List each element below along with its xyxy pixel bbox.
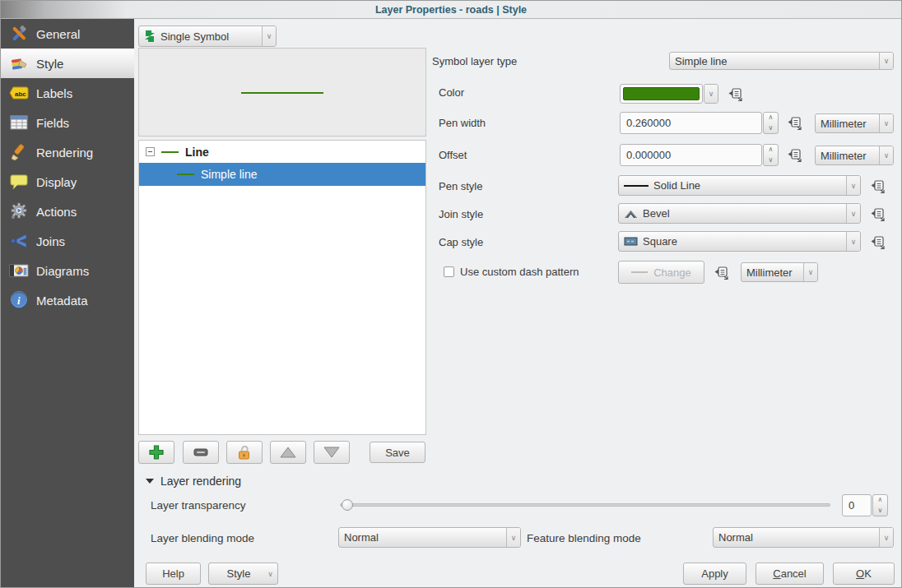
lock-icon-button[interactable] [226,441,263,464]
chevron-down-icon: ∨ [506,528,520,547]
layer-properties-dialog: Layer Properties - roads | Style General [0,0,902,588]
pen-style-value: Solid Line [653,179,700,192]
data-defined-override-icon[interactable] [869,234,886,250]
tools-icon [9,24,29,44]
cancel-button-label: Cancel [773,567,806,580]
renderer-select[interactable]: Single Symbol ∨ [138,25,277,47]
collapse-arrow-icon [146,479,154,484]
triangle-up-icon [280,447,296,458]
chevron-down-icon: ∨ [846,176,860,195]
sidebar: General Style abc [1,19,134,587]
move-layer-up-button[interactable] [270,441,306,464]
style-menu-label: Style [227,567,251,580]
cap-style-select[interactable]: Square ∨ [618,231,861,252]
square-cap-icon [624,237,638,246]
apply-button-label: Apply [701,567,728,580]
add-symbol-layer-button[interactable] [138,441,174,464]
sidebar-item-general[interactable]: General [1,19,134,49]
chevron-down-icon: ∨ [262,26,276,46]
pen-width-spinner[interactable]: ∧∨ [763,112,779,134]
sidebar-item-label: General [36,27,80,41]
offset-spinner[interactable]: ∧∨ [763,144,779,166]
gear-icon [9,201,29,221]
pen-width-unit-select[interactable]: Millimeter ∨ [815,113,894,133]
pen-style-label: Pen style [439,180,482,192]
transparency-value: 0 [849,499,854,512]
data-defined-override-icon[interactable] [869,178,886,194]
dash-unit-value: Millimeter [746,266,793,279]
pen-width-unit-value: Millimeter [821,118,867,130]
chevron-down-icon: ∨ [879,114,893,132]
change-button-label: Change [653,266,691,279]
offset-input[interactable]: 0.000000 [620,144,762,166]
sidebar-item-diagrams[interactable]: Diagrams [1,256,134,285]
sidebar-item-label: Labels [36,86,72,100]
feature-blending-select[interactable]: Normal ∨ [713,527,894,548]
layer-rendering-title: Layer rendering [160,475,241,488]
symbol-layer-tree: Line Simple line [138,140,426,435]
sidebar-item-label: Fields [36,116,69,130]
sidebar-item-metadata[interactable]: i Metadata [1,285,134,315]
sidebar-item-rendering[interactable]: Rendering [1,137,134,167]
save-symbol-button[interactable]: Save [370,442,425,463]
sidebar-item-joins[interactable]: Joins [1,226,134,256]
tree-item-simple-line[interactable]: Simple line [139,163,425,186]
transparency-slider[interactable] [340,499,830,511]
pen-width-label: Pen width [439,117,486,129]
remove-symbol-layer-button[interactable] [183,441,219,464]
symbol-layer-type-select[interactable]: Simple line ∨ [669,52,894,70]
titlebar[interactable]: Layer Properties - roads | Style [1,1,901,19]
data-defined-override-icon[interactable] [713,265,730,280]
apply-button[interactable]: Apply [683,563,746,585]
sidebar-item-fields[interactable]: Fields [1,108,134,137]
layer-rendering-header[interactable]: Layer rendering [146,475,241,488]
chevron-down-icon: ∨ [879,528,893,547]
offset-label: Offset [439,149,467,161]
pen-style-select[interactable]: Solid Line ∨ [618,175,861,196]
diagram-icon [9,261,29,280]
move-layer-down-button[interactable] [314,441,350,464]
single-symbol-icon [144,30,156,43]
cancel-button[interactable]: Cancel [756,563,824,585]
triangle-down-icon [323,447,340,458]
sidebar-item-style[interactable]: Style [1,49,134,78]
use-custom-dash-checkbox[interactable] [444,266,454,277]
join-style-select[interactable]: Bevel ∨ [618,203,861,224]
data-defined-override-icon[interactable] [727,86,744,102]
layer-blending-label: Layer blending mode [151,532,254,544]
slider-handle[interactable] [342,499,353,511]
speech-bubble-icon [9,172,29,192]
chevron-down-icon: ∨ [879,53,893,69]
sidebar-item-label: Rendering [36,146,93,160]
pen-width-input[interactable]: 0.260000 [620,112,762,134]
offset-value: 0.000000 [626,149,671,161]
ok-button-label: OK [856,567,872,580]
help-button-label: Help [162,567,184,580]
cap-style-label: Cap style [439,236,483,248]
layer-blending-select[interactable]: Normal ∨ [338,527,521,548]
collapse-expander-icon[interactable] [146,147,155,156]
tree-item-line[interactable]: Line [139,141,425,163]
transparency-spinner[interactable]: ∧∨ [872,494,888,516]
sidebar-item-display[interactable]: Display [1,167,134,197]
help-button[interactable]: Help [146,563,201,585]
sidebar-item-labels[interactable]: abc Labels [1,78,134,108]
data-defined-override-icon[interactable] [786,115,803,131]
chevron-down-icon: ∨ [803,263,817,281]
abc-label-icon: abc [9,83,29,103]
pen-width-value: 0.260000 [626,117,671,129]
chevron-down-icon: ∨ [263,563,277,584]
transparency-value-input[interactable]: 0 [842,494,872,516]
change-dash-pattern-button[interactable]: Change [618,261,704,284]
sidebar-item-actions[interactable]: Actions [1,197,134,226]
paintbrush-icon [9,53,29,73]
offset-unit-select[interactable]: Millimeter ∨ [815,146,894,165]
style-menu-button[interactable]: Style ∨ [208,563,278,585]
color-dropdown-button[interactable]: ∨ [704,84,718,104]
dash-pattern-unit-select[interactable]: Millimeter ∨ [741,262,818,282]
data-defined-override-icon[interactable] [786,147,803,163]
color-button[interactable] [620,84,703,104]
feature-blending-value: Normal [718,531,753,544]
ok-button[interactable]: OK [833,563,895,585]
data-defined-override-icon[interactable] [869,206,886,222]
